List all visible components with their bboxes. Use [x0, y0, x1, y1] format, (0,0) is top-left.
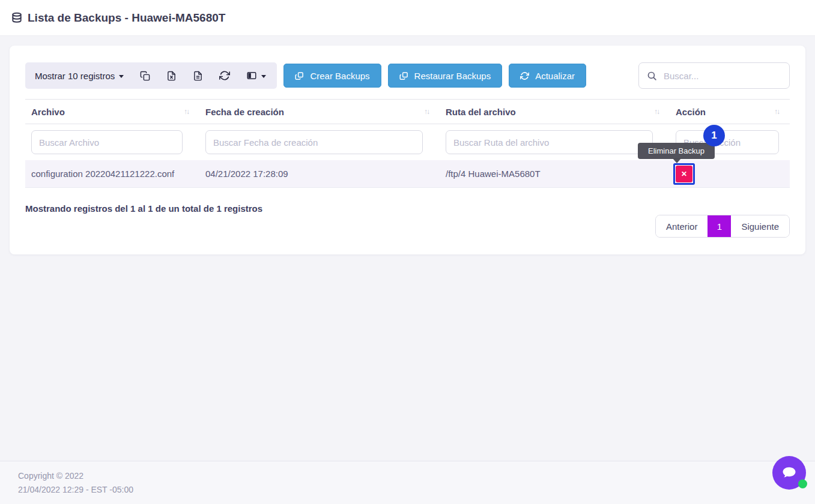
sort-icon[interactable]: ↑↓ [424, 107, 429, 116]
table-row: configuration 20220421121222.conf 04/21/… [25, 160, 790, 188]
sort-icon[interactable]: ↑↓ [654, 107, 659, 116]
annotation-badge-1: 1 [703, 125, 725, 146]
copyright-text: Copyright © 2022 [18, 469, 815, 483]
database-icon [11, 12, 23, 24]
close-icon: ✕ [681, 170, 687, 178]
refresh-icon [520, 71, 529, 80]
refresh-button[interactable]: Actualizar [509, 64, 586, 88]
copy-button[interactable] [140, 71, 150, 81]
app-header: Lista de Backups - Huawei-MA5680T [0, 0, 815, 36]
page-footer: Copyright © 2022 21/04/2022 12:29 - EST … [0, 461, 815, 504]
datatable-controls: Mostrar 10 registros [25, 62, 277, 89]
chat-bubble-icon [781, 464, 798, 481]
pagination: Anterior 1 Siguiente [25, 215, 790, 238]
sort-icon[interactable]: ↑↓ [774, 107, 779, 116]
sort-icon[interactable]: ↑↓ [184, 107, 189, 116]
page-1-button[interactable]: 1 [707, 215, 731, 237]
records-summary: Mostrando registros del 1 al 1 de un tot… [25, 203, 790, 214]
annotation-highlight-box: ✕ [673, 163, 695, 185]
search-box [638, 62, 790, 89]
reload-table-button[interactable] [219, 70, 230, 81]
cell-ruta-archivo: /ftp/4 Huawei-MA5680T [440, 169, 670, 179]
file-export-button[interactable] [193, 71, 203, 81]
length-menu-label: Mostrar 10 registros [35, 71, 115, 81]
restore-backups-button[interactable]: Restaurar Backups [388, 64, 503, 88]
chevron-down-icon [119, 75, 124, 78]
backups-card: Mostrar 10 registros [10, 46, 805, 254]
filter-ruta-input[interactable] [446, 130, 653, 154]
filter-fecha-input[interactable] [205, 130, 423, 154]
chat-widget-button[interactable] [772, 456, 806, 490]
column-visibility-icon [246, 70, 257, 81]
page-title: Lista de Backups - Huawei-MA5680T [28, 11, 225, 25]
previous-page-button[interactable]: Anterior [656, 215, 708, 237]
next-page-button[interactable]: Siguiente [731, 215, 789, 237]
excel-export-icon [166, 71, 177, 81]
length-menu-button[interactable]: Mostrar 10 registros [35, 71, 124, 81]
column-header-accion[interactable]: Acción ↑↓ [670, 100, 790, 124]
copy-icon [140, 71, 150, 81]
table-header-row: Archivo ↑↓ Fecha de creación ↑↓ Ruta del… [25, 99, 790, 124]
eliminar-backup-tooltip: Eliminar Backup [638, 143, 715, 159]
excel-export-button[interactable] [166, 71, 177, 81]
restore-backups-label: Restaurar Backups [414, 71, 491, 81]
save-icon [295, 71, 304, 80]
file-export-icon [193, 71, 203, 81]
filter-archivo-input[interactable] [31, 130, 183, 154]
cell-accion: ✕ [670, 163, 790, 185]
cell-archivo: configuration 20220421121222.conf [25, 169, 199, 179]
column-header-fecha[interactable]: Fecha de creación ↑↓ [199, 100, 440, 124]
footer-timestamp: 21/04/2022 12:29 - EST -05:00 [18, 483, 815, 497]
column-visibility-button[interactable] [246, 70, 266, 81]
cell-fecha-creacion: 04/21/2022 17:28:09 [199, 169, 440, 179]
chevron-down-icon [261, 75, 266, 78]
column-header-ruta[interactable]: Ruta del archivo ↑↓ [440, 100, 670, 124]
refresh-icon [219, 70, 230, 81]
search-input[interactable] [664, 71, 781, 81]
search-icon [647, 71, 657, 81]
delete-backup-button[interactable]: ✕ [676, 166, 692, 182]
create-backups-button[interactable]: Crear Backups [283, 64, 381, 88]
table-toolbar: Mostrar 10 registros [25, 62, 790, 89]
create-backups-label: Crear Backups [310, 71, 369, 81]
online-status-dot [798, 479, 807, 488]
column-header-archivo[interactable]: Archivo ↑↓ [25, 100, 199, 124]
save-icon [399, 71, 408, 80]
refresh-label: Actualizar [535, 71, 575, 81]
